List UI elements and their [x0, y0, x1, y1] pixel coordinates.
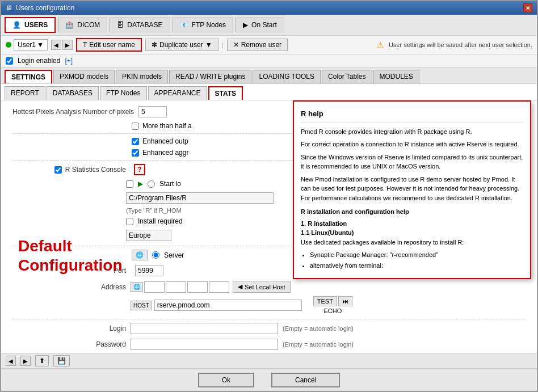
close-button[interactable]: ✕	[523, 3, 532, 12]
r-home-label: (Type "R" if R_HOM	[126, 207, 182, 214]
onstart-icon: ▶	[243, 21, 248, 29]
host-icon: HOST	[131, 301, 152, 310]
address-host-row: HOST TEST ⏭ ECHO	[12, 296, 526, 314]
ip-field-4[interactable]	[209, 281, 229, 293]
subtab-ftp-nodes[interactable]: FTP Nodes	[100, 86, 146, 100]
subtab-stats[interactable]: STATS	[208, 86, 243, 100]
user-selector: User1 ▼	[6, 39, 48, 50]
r-statistics-checkbox[interactable]	[54, 166, 62, 174]
ip-row: 🌐 ◀ Set Local Host	[131, 281, 291, 293]
login-input[interactable]	[131, 323, 278, 334]
help-section3-title: 1.1 Linux(Ubuntu)	[301, 228, 523, 238]
edit-username-button[interactable]: T Edit user name	[76, 38, 142, 52]
r-path-input[interactable]	[126, 192, 274, 204]
start-radio[interactable]	[148, 180, 155, 188]
window-icon: 🖥	[6, 4, 12, 12]
next-user-button[interactable]: ▶	[62, 40, 73, 50]
login-label: Login	[12, 324, 126, 332]
title-bar-left: 🖥 Users configuration	[6, 4, 74, 12]
ip-field-2[interactable]	[166, 281, 186, 293]
main-window: 🖥 Users configuration ✕ 👤 USERS 🏥 DICOM …	[0, 0, 538, 392]
locale-input[interactable]	[126, 230, 171, 241]
stab-color-tables[interactable]: Color Tables	[322, 70, 372, 83]
start-checkbox[interactable]	[126, 180, 133, 188]
subtab-appearance[interactable]: APPEARANCE	[148, 86, 207, 100]
server-icon: 🌐	[132, 250, 148, 260]
nav-bar: ◀ ▶ ⬆ 💾	[1, 353, 537, 369]
load-button[interactable]: ⬆	[35, 355, 49, 366]
address-label: Address	[12, 283, 126, 291]
install-required-label: Install required	[138, 217, 183, 225]
stab-modules[interactable]: MODULES	[373, 70, 419, 83]
enhanced-output-label: Enhanced outp	[142, 137, 188, 145]
stab-settings[interactable]: SETTINGS	[5, 70, 52, 83]
help-para-2: For correct operation a connection to R …	[301, 140, 523, 149]
prev-user-button[interactable]: ◀	[51, 40, 61, 50]
enhanced-aggr-checkbox[interactable]	[132, 149, 139, 157]
set-local-icon: ◀	[238, 283, 242, 290]
cancel-button[interactable]: Cancel	[271, 373, 340, 387]
tab-ftp[interactable]: 📧 FTP Nodes	[173, 18, 233, 32]
database-icon: 🗄	[117, 21, 124, 29]
user-status-dot	[6, 42, 11, 48]
remove-user-button[interactable]: ✕ Remove user	[227, 39, 288, 51]
password-row: Password (Empty = automatic login)	[12, 339, 526, 350]
more-than-half-checkbox[interactable]	[132, 123, 139, 130]
test-icon: TEST	[313, 296, 337, 306]
help-para-1: Pmod R console provides integration with…	[301, 127, 523, 137]
tab-onstart[interactable]: ▶ On Start	[236, 18, 284, 32]
enhanced-output-checkbox[interactable]	[132, 138, 139, 145]
separator: |	[222, 41, 224, 49]
login-row: Login (Empty = automatic login)	[12, 323, 526, 334]
stab-pxmod[interactable]: PXMOD models	[53, 70, 115, 83]
dicom-icon: 🏥	[65, 21, 74, 29]
help-popup-title: R help	[301, 108, 523, 123]
window-title: Users configuration	[16, 4, 74, 12]
stab-loading-tools[interactable]: LOADING TOOLS	[253, 70, 321, 83]
address-ip-row: Address 🌐 ◀ Set Local Host	[12, 281, 526, 293]
help-section1-title: R installation and configuration help	[301, 207, 523, 217]
title-bar: 🖥 Users configuration ✕	[1, 1, 537, 15]
users-icon: 👤	[12, 21, 21, 29]
password-input[interactable]	[131, 339, 278, 350]
echo-label: ECHO	[323, 307, 342, 314]
tab-dicom[interactable]: 🏥 DICOM	[58, 18, 107, 32]
content-area: Default Configuration Hottest Pixels Ana…	[1, 100, 537, 353]
r-help-button[interactable]: ?	[134, 164, 145, 175]
ok-button[interactable]: Ok	[198, 373, 254, 387]
subtab-databases[interactable]: DATABASES	[47, 86, 99, 100]
settings-tabs: SETTINGS PXMOD models PKIN models READ /…	[1, 68, 537, 84]
port-input[interactable]	[135, 265, 163, 276]
login-enabled-checkbox[interactable]	[6, 57, 13, 65]
stab-rw-plugins[interactable]: READ / WRITE plugins	[169, 70, 251, 83]
password-label: Password	[12, 340, 126, 348]
subtab-report[interactable]: REPORT	[5, 86, 45, 100]
ip-field-3[interactable]	[187, 281, 208, 293]
hottest-pixels-input[interactable]	[138, 106, 167, 117]
r-statistics-label: R Statistics Console	[12, 166, 126, 174]
server-radio[interactable]	[152, 251, 159, 259]
user-dropdown[interactable]: User1 ▼	[14, 39, 48, 50]
divider4	[12, 319, 526, 319]
help-para-5: Use dedicated packages available in repo…	[301, 238, 523, 247]
install-required-checkbox[interactable]	[126, 218, 133, 225]
server-label: Server	[164, 251, 184, 259]
login-hint: (Empty = automatic login)	[283, 325, 354, 332]
echo-icons: TEST ⏭	[313, 296, 352, 306]
help-para-3: Since the Windows version of Rserve is l…	[301, 153, 523, 171]
ip-field-1[interactable]	[144, 281, 165, 293]
save-button[interactable]: 💾	[53, 355, 70, 366]
nav-left-button[interactable]: ◀	[6, 356, 16, 366]
more-than-half-label: More than half a	[142, 122, 192, 130]
tab-database[interactable]: 🗄 DATABASE	[110, 18, 170, 32]
host-address-input[interactable]	[154, 300, 302, 311]
nav-right-button[interactable]: ▶	[20, 356, 31, 366]
help-popup: R help Pmod R console provides integrati…	[293, 100, 531, 279]
dropdown-arrow-icon: ▼	[205, 41, 212, 49]
login-enabled-row: Login enabled [+]	[1, 54, 537, 68]
stab-pkin[interactable]: PKIN models	[116, 70, 168, 83]
duplicate-user-button[interactable]: ✽ Duplicate user ▼	[145, 39, 218, 51]
tab-users[interactable]: 👤 USERS	[5, 17, 56, 33]
set-local-host-button[interactable]: ◀ Set Local Host	[233, 281, 291, 293]
ip-icon: 🌐	[131, 282, 143, 292]
